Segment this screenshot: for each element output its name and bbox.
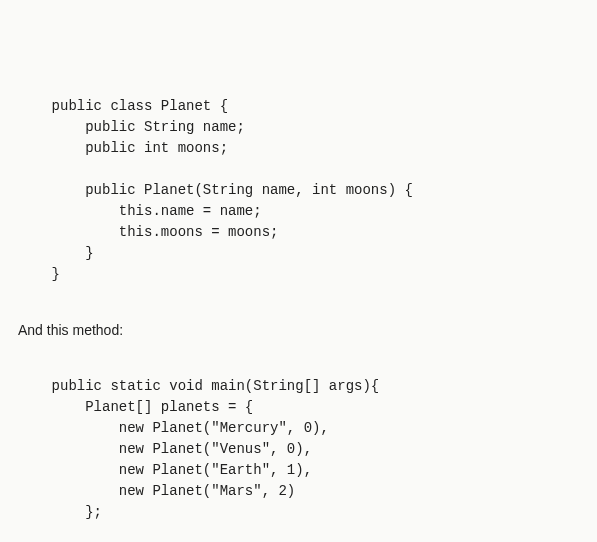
code-line: new Planet("Mercury", 0), — [18, 420, 329, 436]
code-line: public int moons; — [18, 140, 228, 156]
code-line: new Planet("Venus", 0), — [18, 441, 312, 457]
code-line: public Planet(String name, int moons) { — [18, 182, 413, 198]
narrative-text: And this method: — [18, 320, 579, 341]
code-block-main-method: public static void main(String[] args){ … — [18, 376, 579, 542]
code-line: }; — [18, 504, 102, 520]
code-block-class-planet: public class Planet { public String name… — [18, 96, 579, 285]
code-line: this.moons = moons; — [18, 224, 278, 240]
code-line: Planet[] planets = { — [18, 399, 253, 415]
code-line: } — [18, 245, 94, 261]
code-line: this.name = name; — [18, 203, 262, 219]
code-line: public static void main(String[] args){ — [18, 378, 379, 394]
code-line: new Planet("Earth", 1), — [18, 462, 312, 478]
code-line: public String name; — [18, 119, 245, 135]
code-line: public class Planet { — [18, 98, 228, 114]
code-line: } — [18, 266, 60, 282]
code-line: new Planet("Mars", 2) — [18, 483, 295, 499]
